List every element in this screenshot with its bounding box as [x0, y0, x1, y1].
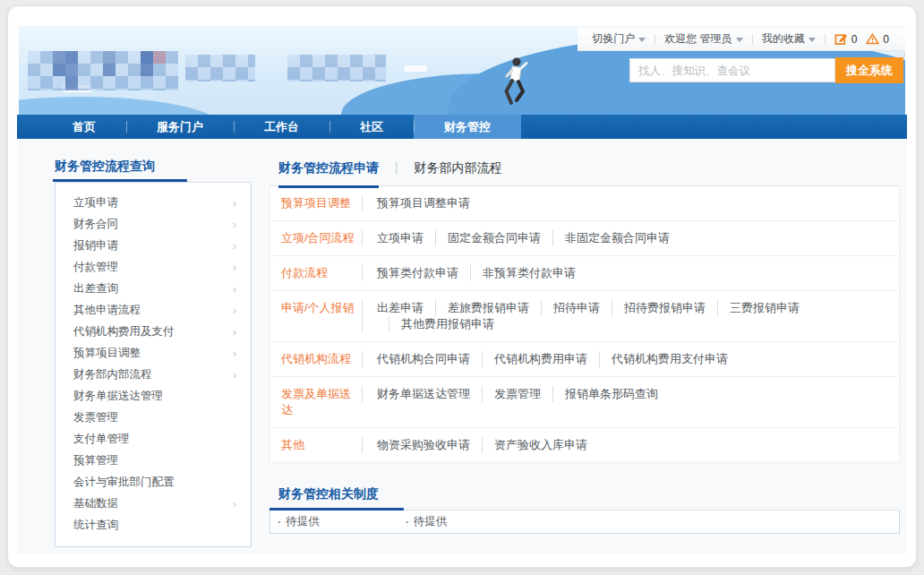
- sidebar-item[interactable]: 发票管理: [56, 407, 251, 428]
- chevron-right-icon: [233, 240, 236, 252]
- flow-link[interactable]: 三费报销申请: [717, 300, 800, 316]
- flow-category-link[interactable]: 代销机构流程: [281, 351, 362, 367]
- sidebar-item[interactable]: 代销机构费用及支付: [56, 321, 251, 342]
- nav-item[interactable]: 服务门户: [126, 115, 234, 139]
- favorites-menu[interactable]: 我的收藏: [762, 31, 816, 47]
- chevron-right-icon: [233, 262, 236, 273]
- flow-category-link[interactable]: 发票及单据送达: [281, 386, 362, 418]
- nav-item[interactable]: 首页: [42, 115, 126, 139]
- flow-row: 申请/个人报销 出差申请 差旅费报销申请 招待申请 招待费报销申请: [272, 291, 897, 342]
- related-doc-link[interactable]: 待提供: [278, 514, 320, 529]
- main-tab[interactable]: 财务部内部流程: [382, 160, 502, 175]
- flow-category-link[interactable]: 付款流程: [281, 265, 362, 281]
- chevron-right-icon: [233, 305, 236, 316]
- warning-icon: [866, 32, 879, 46]
- censored-logo-mosaic: [28, 51, 178, 90]
- hill: [19, 97, 225, 115]
- sidebar-item[interactable]: 付款管理: [56, 256, 251, 278]
- chevron-right-icon: [233, 498, 236, 510]
- flow-link[interactable]: 发票管理: [482, 386, 541, 402]
- flow-link[interactable]: 物资采购验收申请: [377, 437, 470, 453]
- flow-link[interactable]: 预算项目调整申请: [377, 195, 470, 211]
- sidebar-item[interactable]: 财务单据送达管理: [56, 385, 251, 407]
- sidebar-item[interactable]: 报销申请: [56, 235, 251, 256]
- flow-link[interactable]: 招待费报销申请: [612, 300, 706, 316]
- flow-link[interactable]: 预算类付款申请: [377, 265, 458, 281]
- flow-link[interactable]: 立项申请: [377, 230, 424, 246]
- user-toolbar: 切换门户 欢迎您 管理员 我的收藏 0: [578, 28, 905, 51]
- sidebar-item[interactable]: 基础数据: [56, 493, 251, 514]
- flow-row: 立项/合同流程 立项申请 固定金额合同申请 非固定金额合同申请: [272, 221, 897, 256]
- search-input[interactable]: [629, 58, 835, 82]
- sidebar-menu: 立项申请 财务合同 报销申请 付款管理: [55, 182, 252, 547]
- sidebar-item[interactable]: 财务合同: [56, 213, 251, 235]
- sidebar-item-label: 预算管理: [73, 453, 118, 468]
- flow-link[interactable]: 招待申请: [541, 300, 600, 316]
- sidebar-item-label: 统计查询: [73, 518, 118, 533]
- alert-counter-button[interactable]: 0: [866, 32, 889, 46]
- sidebar-item-label: 支付单管理: [73, 432, 130, 447]
- favorites-label: 我的收藏: [762, 31, 805, 47]
- nav-item-label: 服务门户: [157, 119, 203, 135]
- censored-text-mosaic: [185, 55, 255, 82]
- nav-item[interactable]: 工作台: [234, 115, 329, 139]
- sidebar-item[interactable]: 会计与审批部门配置: [56, 471, 251, 493]
- content-area: 财务管控流程查询 立项申请 财务合同 报销申请: [17, 139, 907, 554]
- chevron-down-icon: [808, 38, 816, 42]
- flow-link[interactable]: 报销单条形码查询: [552, 386, 658, 402]
- welcome-user-menu[interactable]: 欢迎您 管理员: [664, 31, 742, 47]
- flow-category-link[interactable]: 立项/合同流程: [281, 230, 362, 246]
- flow-category-link[interactable]: 其他: [281, 437, 362, 453]
- flow-link[interactable]: 非预算类付款申请: [470, 265, 576, 281]
- welcome-user-label: 欢迎您 管理员: [664, 31, 732, 47]
- main-tab-label: 财务管控流程申请: [278, 160, 379, 176]
- flow-link[interactable]: 财务单据送达管理: [377, 386, 470, 402]
- flow-links: 立项申请 固定金额合同申请 非固定金额合同申请: [362, 230, 890, 246]
- flow-link[interactable]: 其他费用报销申请: [389, 316, 494, 332]
- flow-category-link[interactable]: 申请/个人报销: [281, 300, 362, 316]
- flow-link[interactable]: 代销机构费用支付申请: [599, 351, 728, 367]
- global-search: 搜全系统: [629, 57, 903, 83]
- flow-category-link[interactable]: 预算项目调整: [281, 195, 362, 211]
- bullet-icon: [406, 516, 409, 528]
- related-policies-list: 待提供 待提供: [270, 511, 900, 534]
- search-button[interactable]: 搜全系统: [835, 57, 903, 83]
- sidebar-item[interactable]: 预算管理: [56, 450, 251, 471]
- nav-item-label: 首页: [73, 119, 96, 135]
- cloud: [404, 65, 427, 72]
- flow-link[interactable]: 非固定金额合同申请: [552, 230, 670, 246]
- runner-illustration: [499, 56, 531, 107]
- main-navigation: 首页 服务门户 工作台 社区 财务管控: [17, 115, 907, 139]
- nav-item[interactable]: 社区: [329, 115, 414, 139]
- flow-row: 其他 物资采购验收申请 资产验收入库申请: [272, 428, 897, 462]
- switch-portal-menu[interactable]: 切换门户: [592, 31, 646, 47]
- app-window: 切换门户 欢迎您 管理员 我的收藏 0: [7, 5, 917, 568]
- sidebar-item-label: 立项申请: [73, 195, 118, 210]
- nav-item[interactable]: 财务管控: [414, 115, 521, 139]
- flow-link[interactable]: 资产验收入库申请: [482, 437, 587, 453]
- todo-counter-button[interactable]: 0: [834, 32, 858, 46]
- sidebar-item[interactable]: 财务部内部流程: [56, 364, 251, 385]
- flow-link[interactable]: 出差申请: [377, 300, 424, 316]
- related-doc-link[interactable]: 待提供: [406, 514, 448, 529]
- sidebar-item-label: 基础数据: [73, 496, 118, 511]
- main-tab[interactable]: 财务管控流程申请: [278, 160, 382, 175]
- sidebar-item-label: 预算项目调整: [73, 346, 141, 361]
- sidebar-item[interactable]: 立项申请: [56, 192, 251, 213]
- sidebar-item[interactable]: 支付单管理: [56, 428, 251, 450]
- flow-link[interactable]: 代销机构费用申请: [482, 351, 587, 367]
- sidebar-item[interactable]: 出差查询: [56, 278, 251, 299]
- flow-link[interactable]: 固定金额合同申请: [435, 230, 541, 246]
- censored-text-mosaic: [287, 55, 386, 82]
- sidebar-item[interactable]: 统计查询: [56, 514, 251, 536]
- sidebar-item[interactable]: 预算项目调整: [56, 342, 251, 364]
- sidebar: 财务管控流程查询 立项申请 财务合同 报销申请: [55, 159, 252, 554]
- flow-link[interactable]: 代销机构合同申请: [377, 351, 470, 367]
- main-tab-label: 财务部内部流程: [414, 160, 501, 176]
- flow-link[interactable]: 差旅费报销申请: [435, 300, 529, 316]
- sidebar-item[interactable]: 其他申请流程: [56, 299, 251, 321]
- sidebar-title: 财务管控流程查询: [55, 159, 252, 182]
- nav-item-label: 工作台: [264, 119, 299, 135]
- bullet-icon: [278, 516, 281, 528]
- sidebar-item-label: 报销申请: [73, 238, 118, 253]
